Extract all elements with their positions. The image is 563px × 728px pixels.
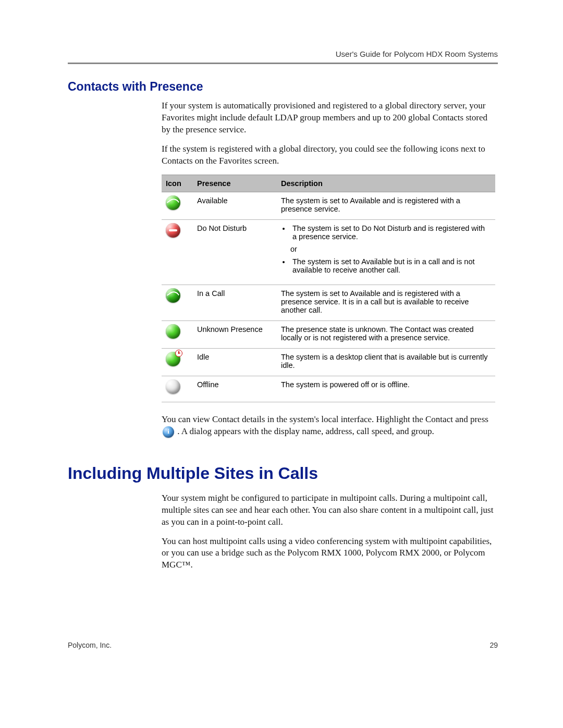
available-icon <box>166 195 180 210</box>
info-icon <box>163 426 174 438</box>
presence-table: Icon Presence Description Available The … <box>162 175 495 402</box>
cell-description: The system is set to Do Not Disturb and … <box>277 219 495 285</box>
cell-description: The system is set to Available and is re… <box>277 285 495 320</box>
table-row: Offline The system is powered off or is … <box>162 376 495 402</box>
dnd-icon <box>166 223 180 238</box>
th-icon: Icon <box>162 175 193 192</box>
dnd-desc-item-1: The system is set to Do Not Disturb and … <box>290 224 491 241</box>
cell-description: The system is a desktop client that is a… <box>277 348 495 376</box>
page-footer: Polycom, Inc. 29 <box>68 641 498 649</box>
th-presence: Presence <box>193 175 277 192</box>
cell-description: The presence state is unknown. The Conta… <box>277 320 495 348</box>
cell-presence: Unknown Presence <box>193 320 277 348</box>
para-intro-1: If your system is automatically provisio… <box>162 100 498 136</box>
table-row: Unknown Presence The presence state is u… <box>162 320 495 348</box>
table-row: Do Not Disturb The system is set to Do N… <box>162 219 495 285</box>
header-divider <box>68 63 498 64</box>
cell-presence: Idle <box>193 348 277 376</box>
cell-presence: In a Call <box>193 285 277 320</box>
heading-contacts-presence: Contacts with Presence <box>68 80 498 94</box>
header-doc-title: User's Guide for Polycom HDX Room System… <box>68 50 498 58</box>
table-row: In a Call The system is set to Available… <box>162 285 495 320</box>
para-contact-post: . A dialog appears with the display name… <box>177 426 434 436</box>
th-description: Description <box>277 175 495 192</box>
table-row: Idle The system is a desktop client that… <box>162 348 495 376</box>
para-intro-2: If the system is registered with a globa… <box>162 143 498 167</box>
footer-company: Polycom, Inc. <box>68 641 112 649</box>
footer-page-number: 29 <box>489 641 498 649</box>
table-row: Available The system is set to Available… <box>162 192 495 219</box>
cell-description: The system is set to Available and is re… <box>277 192 495 219</box>
unknown-icon <box>166 324 180 339</box>
para-multi-1: Your system might be configured to parti… <box>162 492 498 528</box>
dnd-desc-item-2: The system is set to Available but is in… <box>290 257 491 274</box>
idle-icon <box>166 352 180 366</box>
cell-presence: Do Not Disturb <box>193 219 277 285</box>
dnd-or: or <box>290 245 491 253</box>
para-multi-2: You can host multipoint calls using a vi… <box>162 536 498 572</box>
offline-icon <box>166 379 180 394</box>
para-contact-pre: You can view Contact details in the syst… <box>162 414 488 424</box>
para-contact-details: You can view Contact details in the syst… <box>162 414 498 438</box>
in-call-icon <box>166 288 180 303</box>
heading-multipoint: Including Multiple Sites in Calls <box>68 464 498 483</box>
cell-presence: Available <box>193 192 277 219</box>
cell-presence: Offline <box>193 376 277 402</box>
cell-description: The system is powered off or is offline. <box>277 376 495 402</box>
